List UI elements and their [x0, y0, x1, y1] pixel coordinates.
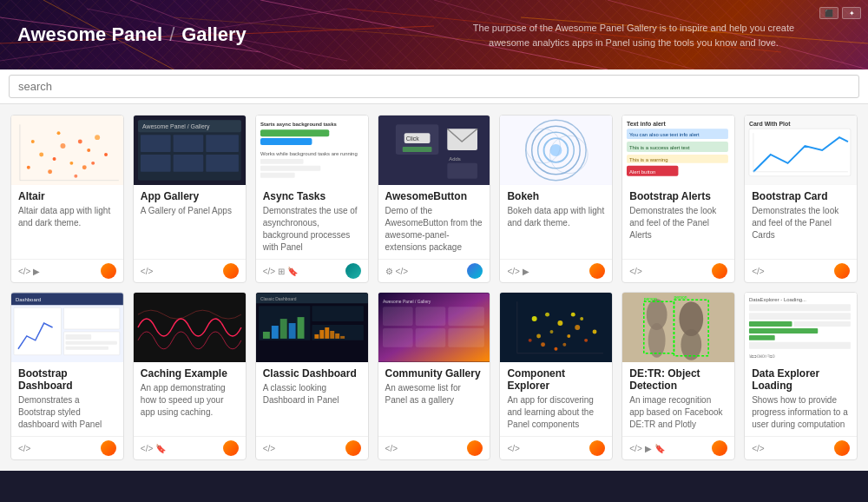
avatar-component-explorer — [589, 440, 605, 456]
card-component-explorer[interactable]: Component Explorer An app for discoverin… — [499, 292, 613, 460]
svg-rect-86 — [65, 341, 116, 345]
search-input[interactable] — [9, 75, 859, 98]
svg-point-119 — [550, 330, 554, 334]
svg-rect-100 — [314, 334, 319, 339]
card-altair[interactable]: Altair Altair data app with light and da… — [10, 115, 124, 283]
card-footer-component-explorer: </> — [500, 436, 612, 459]
svg-rect-97 — [297, 317, 304, 339]
svg-rect-83 — [63, 307, 119, 329]
svg-rect-102 — [325, 327, 329, 339]
code-icon[interactable]: </> — [629, 267, 641, 276]
card-classic-dashboard[interactable]: Classic Dashboard — [255, 292, 369, 460]
svg-point-124 — [542, 342, 546, 347]
card-community-gallery[interactable]: Awesome Panel / Gallery Community Galler… — [378, 292, 491, 460]
code-icon[interactable]: </> — [507, 267, 519, 276]
bookmark-icon[interactable]: 🔖 — [654, 444, 665, 453]
code-icon[interactable]: </> — [507, 444, 519, 453]
svg-text:Click: Click — [405, 135, 419, 142]
svg-point-20 — [95, 135, 100, 140]
card-async-tasks[interactable]: Starts async background tasks Works whil… — [255, 115, 369, 283]
card-desc-data-explorer: Shows how to provide progress informatio… — [752, 394, 850, 431]
monitor-icon[interactable]: ⊞ — [278, 267, 285, 276]
svg-rect-46 — [260, 166, 320, 171]
code-icon[interactable]: </> — [141, 444, 153, 453]
card-caching-example[interactable]: Caching Example An app demonstrating how… — [133, 292, 247, 460]
card-title-app-gallery: App Gallery — [141, 190, 239, 202]
code-icon[interactable]: </> — [18, 267, 30, 276]
svg-point-122 — [575, 325, 581, 330]
svg-point-18 — [78, 140, 82, 144]
play-icon[interactable]: ▶ — [33, 267, 40, 276]
card-thumb-bootstrap-alerts: Text info alert You can also use text in… — [622, 116, 734, 185]
code-icon[interactable]: </> — [752, 444, 764, 453]
svg-rect-113 — [415, 328, 445, 347]
svg-rect-94 — [272, 326, 279, 339]
card-detr[interactable]: person person DE:TR: Object Detection An… — [621, 292, 735, 460]
play-icon[interactable]: ▶ — [645, 444, 652, 453]
card-footer-classic-dashboard: </> — [256, 436, 368, 459]
svg-text:ꓤꙅↄOWO☺ꟻꙅO: ꓤꙅↄOWO☺ꟻꙅO — [749, 353, 775, 359]
svg-rect-12 — [11, 116, 123, 184]
svg-text:Alert button: Alert button — [629, 169, 655, 175]
card-bootstrap-dashboard[interactable]: Dashboard Bootstrap Dashboard Demonstrat… — [10, 292, 124, 460]
code-icon[interactable]: </> — [263, 444, 275, 453]
code-icon[interactable]: </> — [752, 267, 764, 276]
card-bootstrap-alerts[interactable]: Text info alert You can also use text in… — [621, 115, 735, 283]
card-footer-bootstrap-alerts: </> — [622, 259, 734, 282]
svg-text:Adds: Adds — [449, 156, 461, 162]
card-desc-detr: An image recognition app based on Facebo… — [629, 394, 727, 431]
card-title-awesomebtn: AwesomeButton — [385, 190, 483, 202]
card-data-explorer-loading[interactable]: DataExplorer - Loading... ꓤꙅↄOWO☺ꟻꙅO Dat… — [744, 292, 858, 460]
card-footer-data-explorer: </> — [745, 436, 857, 459]
svg-point-128 — [571, 313, 575, 317]
svg-point-16 — [60, 143, 65, 149]
card-app-gallery[interactable]: Awesome Panel / Gallery App Gallery A Ga… — [133, 115, 247, 283]
card-thumb-app-gallery: Awesome Panel / Gallery — [134, 116, 246, 185]
code-icon[interactable]: </> — [385, 444, 398, 453]
svg-text:DataExplorer - Loading...: DataExplorer - Loading... — [749, 297, 806, 302]
svg-point-126 — [585, 339, 589, 342]
bookmark-icon[interactable]: 🔖 — [287, 267, 298, 276]
svg-text:This is a success alert text: This is a success alert text — [629, 145, 690, 150]
page-name[interactable]: Gallery — [181, 23, 247, 46]
card-footer-awesomebtn: ⚙ </> — [378, 259, 490, 282]
code-icon[interactable]: </> — [629, 444, 641, 453]
header-title: Awesome Panel / Gallery — [17, 23, 247, 46]
code-icon[interactable]: </> — [396, 267, 408, 276]
card-body-data-explorer: Data Explorer Loading Shows how to provi… — [745, 362, 857, 436]
toggle-button[interactable]: ⬛ — [819, 7, 838, 19]
card-body-bootstrap-card: Bootstrap Card Demonstrates the look and… — [745, 185, 857, 259]
settings-icon[interactable]: ⚙ — [385, 267, 393, 276]
svg-point-26 — [31, 140, 35, 143]
svg-rect-148 — [749, 328, 818, 334]
card-footer-bootstrap-dashboard: </> — [11, 436, 123, 459]
card-bokeh[interactable]: Bokeh Bokeh data app with light and dark… — [499, 115, 613, 283]
breadcrumb-separator: / — [169, 23, 174, 46]
svg-text:Dashboard: Dashboard — [16, 297, 41, 302]
avatar-bootstrap-dashboard — [101, 440, 116, 456]
svg-point-27 — [91, 162, 95, 165]
code-icon[interactable]: </> — [263, 267, 275, 276]
card-desc-bootstrap-alerts: Demonstrates the look and feel of the Pa… — [629, 205, 727, 254]
card-awesome-button[interactable]: Click Adds AwesomeButton Demo of the Awe… — [378, 115, 491, 283]
card-bootstrap-card[interactable]: Card With Plot Bootstrap Card Demonstrat… — [744, 115, 858, 283]
code-icon[interactable]: </> — [18, 444, 30, 453]
card-thumb-detr: person person — [622, 293, 734, 362]
code-icon[interactable]: </> — [141, 267, 153, 276]
bookmark-icon[interactable]: 🔖 — [155, 444, 166, 453]
card-thumb-classic-dashboard: Classic Dashboard — [256, 293, 368, 362]
svg-rect-145 — [749, 313, 851, 320]
app-name[interactable]: Awesome Panel — [17, 23, 162, 46]
svg-text:Classic Dashboard: Classic Dashboard — [260, 297, 297, 301]
svg-rect-47 — [260, 173, 295, 178]
play-icon[interactable]: ▶ — [523, 267, 529, 276]
card-desc-bootstrap-dashboard: Demonstrates a Bootstrap styled dashboar… — [18, 394, 116, 431]
svg-text:Starts async background tasks: Starts async background tasks — [260, 122, 337, 127]
svg-point-123 — [563, 343, 567, 347]
card-thumb-bokeh — [500, 116, 612, 185]
card-footer-bokeh: </> ▶ — [500, 259, 612, 282]
card-thumb-altair — [11, 116, 123, 185]
settings-button[interactable]: ✦ — [842, 7, 861, 19]
svg-rect-43 — [260, 138, 312, 145]
card-desc-caching: An app demonstrating how to speed up you… — [141, 382, 239, 431]
